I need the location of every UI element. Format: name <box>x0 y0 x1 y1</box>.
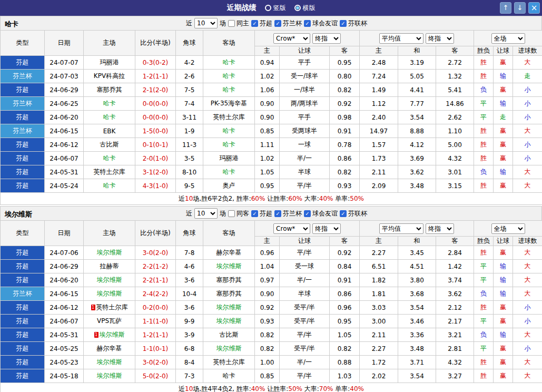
goals-result-value: 大 <box>513 260 542 273</box>
home-team-name: 赫尔辛基 <box>97 345 122 352</box>
europe-odds-draw: 3.68 <box>398 287 436 301</box>
result-value: 胜 <box>474 152 494 165</box>
handicap-odds-home: 0.82 <box>255 328 280 342</box>
match-date: 24-06-29 <box>45 83 84 97</box>
bookmaker-select[interactable]: Crow* <box>273 33 310 44</box>
league-filter-fin-league-cup[interactable]: ✓ 芬联杯 <box>340 209 367 218</box>
europe-odds-away: 4.32 <box>436 356 474 369</box>
home-team-name: 埃尔维斯 <box>97 290 122 297</box>
league-badge: 芬兰杯 <box>1 97 45 111</box>
goals-result-value: 小 <box>513 97 542 111</box>
away-team-name: 哈卡 <box>223 86 235 93</box>
handicap-stage-select[interactable]: 终指 <box>312 223 341 234</box>
match-row: 芬超24-07-06埃尔维斯3-0(2-0)7-8赫尔辛基0.96平/半0.92… <box>1 246 542 260</box>
europe-odds-source-select[interactable]: 平均值 <box>379 223 423 234</box>
league-badge: 芬超 <box>1 111 45 124</box>
handicap-odds-away: 0.78 <box>330 138 360 152</box>
match-count-select[interactable]: 10 <box>194 18 218 28</box>
league-filter-fin-premier[interactable]: ✓ 芬超 <box>251 19 272 28</box>
europe-odds-away: 2.12 <box>436 301 474 315</box>
home-team-name: 埃尔维斯 <box>97 249 122 256</box>
handicap-line: 平手 <box>280 111 330 124</box>
bookmaker-select[interactable]: Crow* <box>273 223 310 234</box>
handicap-result-value: 输 <box>494 287 513 301</box>
handicap-odds-away: 0.92 <box>330 246 360 260</box>
europe-odds-draw: 3.54 <box>398 369 436 383</box>
league-filter-fin-cup[interactable]: ✓ 芬兰杯 <box>274 209 302 218</box>
summary-segment: 场,胜4平4负2, 胜率: <box>193 385 251 392</box>
europe-odds-source-select[interactable]: 平均值 <box>379 33 423 44</box>
europe-odds-draw: 8.88 <box>398 124 436 138</box>
col-handicap-away: 客 <box>330 237 360 246</box>
games-label: 场 <box>220 19 226 28</box>
handicap-odds-away: 0.98 <box>330 111 360 124</box>
league-badge: 芬超 <box>1 356 45 369</box>
europe-odds-draw: 4.12 <box>398 138 436 152</box>
result-value: 胜 <box>474 179 494 193</box>
match-score: 1-2(1-1) <box>135 70 176 83</box>
europe-odds-home: 14.97 <box>360 124 398 138</box>
home-team-cell: KPV科高拉 <box>84 70 135 83</box>
col-corners: 角球 <box>176 31 203 56</box>
league-filter-friendly[interactable]: ✓ 球会友谊 <box>304 19 338 28</box>
league-filter-fin-cup[interactable]: ✓ 芬兰杯 <box>274 19 302 28</box>
europe-odds-home: 3.03 <box>360 301 398 315</box>
same-venue-filter[interactable]: 同主 <box>228 19 249 28</box>
league-badge: 芬超 <box>1 369 45 383</box>
scroll-down-button[interactable]: ↓ <box>514 2 526 14</box>
team-name: 埃尔维斯 <box>5 210 32 219</box>
team-results-table: 类型 日期 主场 比分(半场) 角球 客场 Crow* 终指 平均值 终指 全场 <box>0 220 542 392</box>
same-venue-filter[interactable]: 同客 <box>228 209 249 218</box>
scroll-up-button[interactable]: ↑ <box>500 2 511 14</box>
down-arrow-icon: ↓ <box>517 4 523 12</box>
result-value: 平 <box>474 315 494 328</box>
league-filter-friendly[interactable]: ✓ 球会友谊 <box>304 209 338 218</box>
match-date: 24-05-23 <box>45 356 84 369</box>
europe-odds-away: 2.17 <box>436 315 474 328</box>
match-table-body: 芬超24-07-07玛丽港0-3(0-2)4-2哈卡0.94平手0.952.48… <box>1 56 542 193</box>
home-team-name: 塞那乔其 <box>97 86 122 93</box>
home-team-cell: 哈卡 <box>84 97 135 111</box>
home-team-cell: 哈卡 <box>84 152 135 165</box>
goals-result-value: 小 <box>513 83 542 97</box>
match-date: 24-06-25 <box>45 97 84 111</box>
team-section-2: 埃尔维斯 近 10 场 同客 ✓ 芬超 ✓ 芬兰杯 ✓ 球会友谊 ✓ <box>0 206 542 392</box>
result-value: 平 <box>474 342 494 356</box>
scope-select[interactable]: 全场 <box>491 223 525 234</box>
radio-vertical-label: 竖版 <box>273 4 286 13</box>
europe-stage-select[interactable]: 终指 <box>426 223 454 234</box>
filter-bar: 近 10 场 同主 ✓ 芬超 ✓ 芬兰杯 ✓ 球会友谊 ✓ 芬联杯 <box>186 18 367 28</box>
match-date: 24-06-12 <box>45 301 84 315</box>
scope-select[interactable]: 全场 <box>491 33 525 44</box>
handicap-odds-away: 0.93 <box>330 179 360 193</box>
layout-radio-vertical[interactable]: 竖版 <box>265 4 286 13</box>
col-date: 日期 <box>45 31 84 56</box>
match-row: 芬超24-06-12古比斯0-1(0-1)11-3哈卡1.11一球0.781.5… <box>1 138 542 152</box>
handicap-stage-select[interactable]: 终指 <box>312 33 341 44</box>
col-odds-home: 主 <box>360 237 398 246</box>
league-badge: 芬超 <box>1 260 45 273</box>
close-button[interactable]: × <box>528 2 540 14</box>
result-value: 胜 <box>474 124 494 138</box>
away-team-cell: PK-35海辛基 <box>203 97 255 111</box>
europe-odds-home: 1.72 <box>360 356 398 369</box>
col-odds-away: 客 <box>436 237 474 246</box>
match-date: 24-06-07 <box>45 315 84 328</box>
europe-stage-select[interactable]: 终指 <box>426 33 454 44</box>
handicap-result-value: 走 <box>494 111 513 124</box>
handicap-line: 平/半 <box>280 328 330 342</box>
away-team-cell: 哈卡 <box>203 70 255 83</box>
league-badge: 芬超 <box>1 328 45 342</box>
away-team-name: 埃尔维斯 <box>216 345 242 352</box>
match-score: 2-4(2-2) <box>135 287 176 301</box>
away-team-name: 古比斯 <box>220 331 239 338</box>
layout-radio-horizontal[interactable]: 横版 <box>294 4 316 13</box>
match-count-select[interactable]: 10 <box>194 208 218 219</box>
home-team-cell: 埃尔维斯 <box>84 273 135 287</box>
league-filter-fin-league-cup[interactable]: ✓ 芬联杯 <box>340 19 367 28</box>
league-filter-fin-premier[interactable]: ✓ 芬超 <box>251 209 272 218</box>
handicap-odds-away: 0.86 <box>330 287 360 301</box>
handicap-odds-away: 0.95 <box>330 56 360 70</box>
corner-score: 8-10 <box>176 165 203 179</box>
league-badge: 芬兰杯 <box>1 124 45 138</box>
